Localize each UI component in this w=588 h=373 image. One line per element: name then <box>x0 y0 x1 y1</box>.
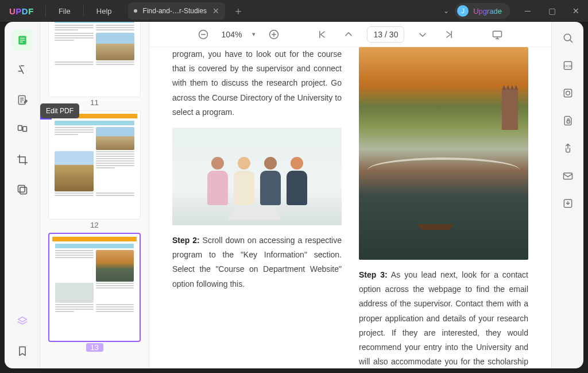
svg-rect-6 <box>22 126 26 131</box>
tab-label: Find-and-…r-Studies <box>143 7 207 15</box>
crop-tool[interactable] <box>12 149 33 170</box>
zoom-in-button[interactable] <box>266 26 282 43</box>
svg-text:OCR: OCR <box>564 64 571 68</box>
view-toolbar: 104% ▾ 13 / 30 <box>149 22 551 47</box>
thumbnail-number: 12 <box>48 221 141 229</box>
document-viewport[interactable]: program, you have to look out for the co… <box>149 47 551 368</box>
upgrade-label: Upgrade <box>473 7 502 16</box>
svg-rect-2 <box>20 40 24 40</box>
bookmark-tool[interactable] <box>12 341 33 362</box>
body-text: Step 3: As you lead next, look for a con… <box>359 268 528 368</box>
upgrade-button[interactable]: J Upgrade <box>455 3 510 19</box>
students-photo <box>172 128 342 225</box>
chevron-down-icon[interactable]: ⌄ <box>443 7 449 15</box>
ocr-button[interactable]: OCR <box>560 57 576 74</box>
thumbnail-11[interactable]: 11 <box>48 22 141 107</box>
separator <box>45 5 46 17</box>
share-button[interactable] <box>560 140 576 156</box>
document-area: 104% ▾ 13 / 30 program, you have to look… <box>149 22 551 368</box>
thumbnail-number: 13 <box>86 343 103 352</box>
layers-tool[interactable] <box>12 311 33 332</box>
new-tab-button[interactable]: ＋ <box>233 4 243 18</box>
page-indicator[interactable]: 13 / 30 <box>367 26 404 43</box>
first-page-button[interactable] <box>314 26 330 43</box>
protect-button[interactable] <box>560 113 576 129</box>
edit-pdf-tooltip: Edit PDF <box>40 103 79 118</box>
edit-pdf-tool[interactable] <box>12 90 33 110</box>
last-page-button[interactable] <box>441 26 457 43</box>
comment-tool[interactable] <box>12 60 33 80</box>
body-text: Step 2: Scroll down on accessing a respe… <box>172 233 342 291</box>
thumbnail-12[interactable]: 12 <box>48 110 141 229</box>
close-window-button[interactable]: ✕ <box>564 0 588 22</box>
tab-indicator <box>134 9 137 13</box>
avatar: J <box>457 5 469 17</box>
stamp-button[interactable] <box>560 85 576 101</box>
current-page: 13 <box>373 30 382 39</box>
svg-rect-8 <box>20 187 26 194</box>
close-tab-icon[interactable]: ✕ <box>212 6 219 16</box>
organize-tool[interactable] <box>12 120 33 140</box>
svg-rect-7 <box>18 186 25 193</box>
titlebar: UPDF File Help Find-and-…r-Studies ✕ ＋ ⌄… <box>0 0 588 22</box>
maximize-button[interactable]: ▢ <box>540 0 564 22</box>
left-toolbar <box>5 22 40 368</box>
zoom-dropdown-icon[interactable]: ▾ <box>252 30 256 38</box>
separator <box>83 5 84 17</box>
thumbnail-13[interactable]: 13 <box>48 233 141 352</box>
thumbnails-panel: 11 12 13 <box>40 22 149 368</box>
presentation-button[interactable] <box>489 26 505 43</box>
redact-tool[interactable] <box>12 179 33 200</box>
zoom-out-button[interactable] <box>195 26 211 43</box>
app-frame: Edit PDF 11 12 <box>5 22 583 368</box>
total-pages: 30 <box>389 30 399 39</box>
save-button[interactable] <box>560 195 576 212</box>
body-text: program, you have to look out for the co… <box>172 47 342 120</box>
svg-rect-11 <box>493 31 502 37</box>
app-logo: UPDF <box>0 6 43 16</box>
svg-rect-1 <box>20 38 24 39</box>
river-photo <box>359 47 528 260</box>
reader-tool[interactable] <box>12 30 33 51</box>
minimize-button[interactable]: ─ <box>516 0 540 22</box>
left-column: program, you have to look out for the co… <box>172 47 342 368</box>
right-toolbar: OCR <box>551 22 583 368</box>
next-page-button[interactable] <box>415 26 431 43</box>
svg-rect-3 <box>20 42 22 43</box>
svg-rect-18 <box>563 173 572 179</box>
document-tab[interactable]: Find-and-…r-Studies ✕ <box>128 2 225 20</box>
search-button[interactable] <box>560 30 576 46</box>
menu-help[interactable]: Help <box>86 0 122 22</box>
svg-rect-5 <box>18 126 22 130</box>
svg-point-16 <box>566 91 570 95</box>
prev-page-button[interactable] <box>341 26 357 43</box>
menu-file[interactable]: File <box>48 0 81 22</box>
right-column: Step 3: As you lead next, look for a con… <box>359 47 528 368</box>
svg-rect-15 <box>564 89 571 97</box>
zoom-level[interactable]: 104% <box>222 30 242 39</box>
email-button[interactable] <box>560 168 576 184</box>
